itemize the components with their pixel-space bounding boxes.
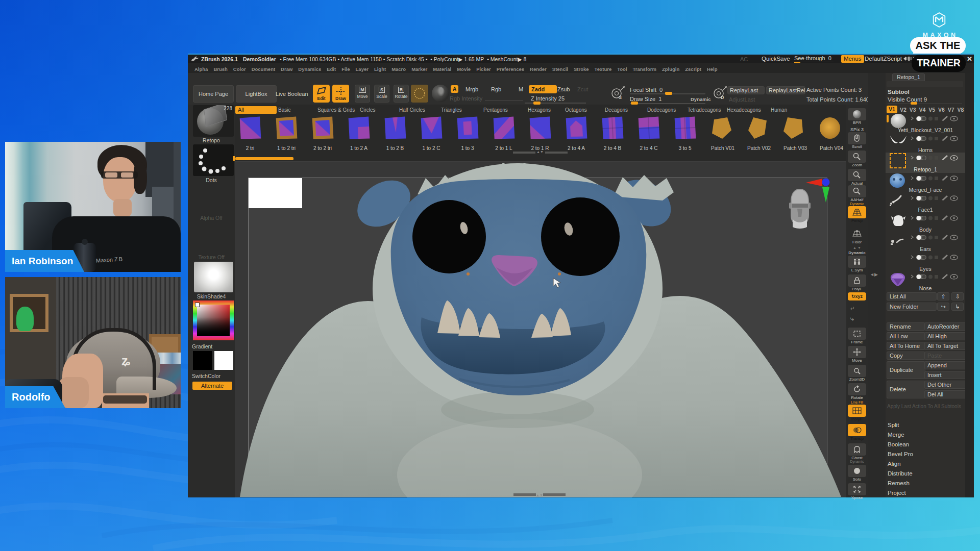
svg-text:D: D [721,95,724,100]
svg-text:S: S [619,95,622,100]
svg-text:▲▼: ▲▼ [536,493,543,497]
